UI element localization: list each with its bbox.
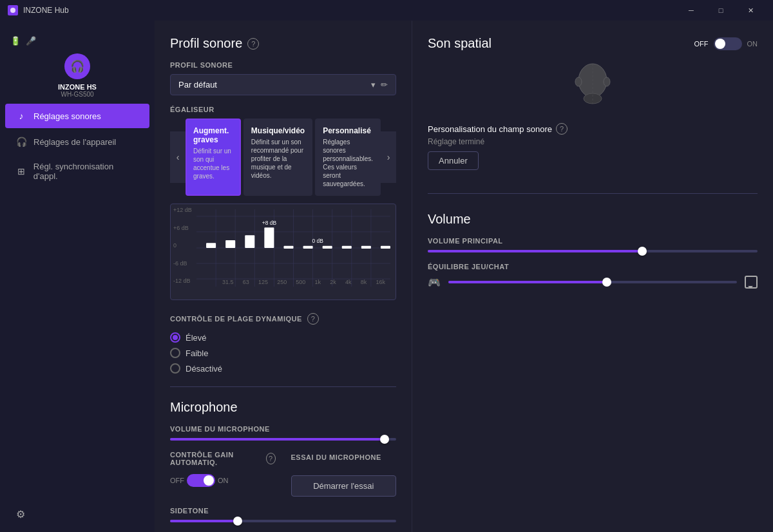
profil-dropdown[interactable]: Par défaut ▾ ✏ <box>170 74 396 95</box>
mic-gain-help-icon[interactable]: ? <box>266 453 276 464</box>
spatial-off-label: OFF <box>694 40 709 48</box>
mic-gain-off-label: OFF <box>170 477 184 484</box>
sidebar-item-reglages-appareil[interactable]: 🎧 Réglages de l'appareil <box>5 129 149 154</box>
volume-principal-label: VOLUME PRINCIPAL <box>428 237 758 245</box>
content-inner: Profil sonore ? PROFIL SONORE Par défaut… <box>155 21 773 532</box>
volume-balance-thumb[interactable] <box>602 278 611 287</box>
drc-help-icon[interactable]: ? <box>307 313 319 325</box>
sidetone-track <box>170 520 396 522</box>
spatial-header: Son spatial OFF ON <box>428 36 758 51</box>
content: Profil sonore ? PROFIL SONORE Par défaut… <box>155 21 773 532</box>
mic-volume-thumb[interactable] <box>380 435 389 444</box>
mic-test-control: ESSAI DU MICROPHONE Démarrer l'essai <box>291 451 397 497</box>
sidetone-thumb[interactable] <box>233 517 242 526</box>
volume-principal-thumb[interactable] <box>638 247 647 256</box>
drc-faible[interactable]: Faible <box>170 348 396 358</box>
equalizer-label: ÉGALISEUR <box>170 106 396 113</box>
microphone-section: Microphone VOLUME DU MICROPHONE CONTRÔLE… <box>170 386 396 522</box>
eq-card-title-0: Augment. graves <box>193 126 233 144</box>
titlebar-controls: ─ □ ✕ <box>676 0 765 21</box>
drc-section: CONTRÔLE DE PLAGE DYNAMIQUE ? Élevé Faib… <box>170 313 396 374</box>
volume-balance-label: ÉQUILIBRE JEU/CHAT <box>428 263 758 271</box>
chat-icon <box>745 276 758 289</box>
nav-label-reglages-appareil: Réglages de l'appareil <box>33 137 116 147</box>
head-model <box>428 61 758 113</box>
volume-balance-slider[interactable] <box>448 281 737 283</box>
spatial-toggle-row: OFF ON <box>694 37 758 50</box>
mic-volume-label: VOLUME DU MICROPHONE <box>170 425 396 433</box>
head-svg <box>567 61 618 113</box>
mic-test-button[interactable]: Démarrer l'essai <box>291 475 397 497</box>
svg-rect-21 <box>303 246 313 249</box>
device-status: 🔋 🎤 <box>0 31 155 46</box>
eq-presets: ‹ Augment. graves Définit sur un son qui… <box>170 119 396 196</box>
eq-prev-button[interactable]: ‹ <box>170 131 186 183</box>
drc-label: CONTRÔLE DE PLAGE DYNAMIQUE <box>170 315 302 323</box>
maximize-button[interactable]: □ <box>706 0 736 21</box>
eq-card-musique-video[interactable]: Musique/vidéo Définit sur un son recomma… <box>243 119 312 196</box>
profil-value: Par défaut <box>178 80 217 90</box>
app: 🔋 🎤 🎧 INZONE HS WH-GS500 ♪ Réglages sono… <box>0 21 773 532</box>
equalizer-section: ÉGALISEUR ‹ Augment. graves Définit sur … <box>170 106 396 300</box>
edit-icon[interactable]: ✏ <box>381 80 388 90</box>
profil-sonore-title: Profil sonore ? <box>170 36 396 51</box>
drc-desactive[interactable]: Désactivé <box>170 363 396 374</box>
profil-help-icon[interactable]: ? <box>247 38 259 50</box>
gamepad-icon: 🎮 <box>428 276 441 289</box>
mic-gain-control: CONTRÔLE GAIN AUTOMATIQ. ? OFF ON <box>170 451 276 497</box>
left-panel: Profil sonore ? PROFIL SONORE Par défaut… <box>155 21 412 532</box>
mic-gain-on-label: ON <box>218 477 229 484</box>
volume-principal-slider[interactable] <box>428 250 758 252</box>
mic-gain-label: CONTRÔLE GAIN AUTOMATIQ. <box>170 451 261 466</box>
sidetone-slider[interactable] <box>170 520 396 522</box>
titlebar: INZONE Hub ─ □ ✕ <box>0 0 773 21</box>
svg-rect-16 <box>225 240 235 248</box>
volume-principal-track <box>428 250 758 252</box>
music-icon: ♪ <box>15 110 27 122</box>
eq-card-desc-1: Définit sur un son recommandé pour profi… <box>251 138 305 180</box>
spatial-setting-help[interactable]: ? <box>556 123 568 135</box>
battery-icon: 🔋 <box>10 36 21 46</box>
mic-gain-switch[interactable] <box>187 474 215 487</box>
volume-principal-fill <box>428 250 642 252</box>
app-icon <box>8 5 18 15</box>
svg-point-30 <box>604 77 610 86</box>
titlebar-left: INZONE Hub <box>0 5 69 15</box>
eq-card-augment-graves[interactable]: Augment. graves Définit sur un son qui a… <box>186 119 241 196</box>
right-panel: Son spatial OFF ON <box>412 21 773 532</box>
spatial-cancel-button[interactable]: Annuler <box>428 151 479 170</box>
eq-next-button[interactable]: › <box>381 131 396 183</box>
eq-chart-area: +8 dB 0 dB <box>196 209 390 287</box>
sidebar-nav: ♪ Réglages sonores 🎧 Réglages de l'appar… <box>0 103 155 496</box>
sidebar-item-regl-synchro[interactable]: ⊞ Régl. synchronisation d'appl. <box>5 155 149 187</box>
sidebar: 🔋 🎤 🎧 INZONE HS WH-GS500 ♪ Réglages sono… <box>0 21 155 532</box>
eq-card-personnalise[interactable]: Personnalisé Réglages sonores personnali… <box>315 119 381 196</box>
mic-gain-knob <box>204 475 214 486</box>
minimize-button[interactable]: ─ <box>676 0 706 21</box>
drc-eleve[interactable]: Élevé <box>170 332 396 343</box>
titlebar-title: INZONE Hub <box>23 6 69 15</box>
grid-icon: ⊞ <box>15 166 27 177</box>
mic-gain-header: CONTRÔLE GAIN AUTOMATIQ. ? <box>170 451 276 466</box>
mic-controls: CONTRÔLE GAIN AUTOMATIQ. ? OFF ON <box>170 451 396 497</box>
mic-volume-slider[interactable] <box>170 438 396 441</box>
spatial-on-label: ON <box>747 40 758 48</box>
device-icon: 🎧 <box>64 53 90 79</box>
mic-mute-icon: 🎤 <box>26 36 36 46</box>
mic-volume-fill <box>170 438 385 441</box>
settings-button[interactable]: ⚙ <box>10 504 31 524</box>
svg-rect-25 <box>361 246 371 249</box>
spatial-section: Son spatial OFF ON <box>428 36 758 194</box>
close-button[interactable]: ✕ <box>736 0 765 21</box>
mic-gain-toggle[interactable]: OFF ON <box>170 474 276 487</box>
mic-title: Microphone <box>170 400 396 415</box>
svg-text:+8 dB: +8 dB <box>262 219 276 226</box>
sidetone-label: SIDETONE <box>170 507 396 515</box>
nav-label-reglages-sonores: Réglages sonores <box>33 111 101 121</box>
sidebar-item-reglages-sonores[interactable]: ♪ Réglages sonores <box>5 104 149 128</box>
mic-volume-track <box>170 438 396 441</box>
spatial-setting: Personalisation du champ sonore ? Réglag… <box>428 123 758 170</box>
radio-eleve <box>170 332 180 343</box>
spatial-toggle[interactable] <box>714 37 742 50</box>
drc-desactive-label: Désactivé <box>186 364 222 374</box>
